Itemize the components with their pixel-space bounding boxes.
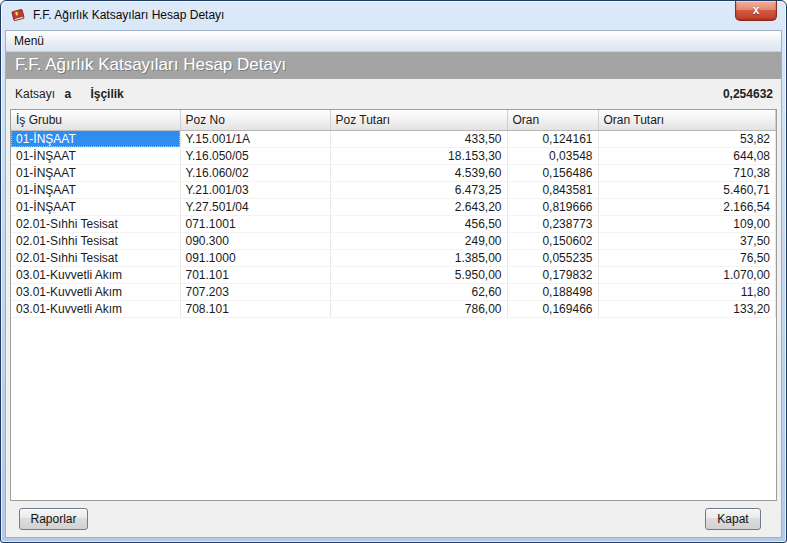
table-cell[interactable]: 2.643,20 [330,198,507,215]
close-icon[interactable]: x [735,1,777,21]
grid-table: İş GrubuPoz NoPoz TutarıOranOran Tutarı … [11,110,776,318]
data-grid: İş GrubuPoz NoPoz TutarıOranOran Tutarı … [10,109,777,501]
table-cell[interactable]: 1.385,00 [330,249,507,266]
table-cell[interactable]: 01-İNŞAAT [11,198,180,215]
table-cell[interactable]: 0,150602 [507,232,598,249]
client-area: Menü F.F. Ağırlık Katsayıları Hesap Deta… [5,30,782,538]
column-header[interactable]: Oran Tutarı [598,110,776,130]
table-row: 03.01-Kuvvetli Akım708.101786,000,169466… [11,300,776,317]
table-cell[interactable]: 2.166,54 [598,198,776,215]
table-cell[interactable]: Y.15.001/1A [180,130,330,147]
table-cell[interactable]: 0,124161 [507,130,598,147]
table-row: 01-İNŞAATY.16.050/0518.153,300,03548644,… [11,147,776,164]
book-icon [10,7,27,24]
table-cell[interactable]: 53,82 [598,130,776,147]
titlebar[interactable]: F.F. Ağırlık Katsayıları Hesap Detayı x [1,1,786,30]
table-cell[interactable]: 6.473,25 [330,181,507,198]
table-row: 02.01-Sıhhi Tesisat091.10001.385,000,055… [11,249,776,266]
table-cell[interactable]: 0,843581 [507,181,598,198]
table-cell[interactable]: Y.16.060/02 [180,164,330,181]
table-row: 02.01-Sıhhi Tesisat071.1001456,500,23877… [11,215,776,232]
column-header[interactable]: Oran [507,110,598,130]
table-cell[interactable]: 1.070,00 [598,266,776,283]
table-cell[interactable]: 710,38 [598,164,776,181]
table-cell[interactable]: 11,80 [598,283,776,300]
table-row: 03.01-Kuvvetli Akım701.1015.950,000,1798… [11,266,776,283]
coefficient-label: Katsayı [15,87,55,101]
coefficient-symbol: a [64,87,71,101]
table-cell[interactable]: 0,055235 [507,249,598,266]
table-cell[interactable]: 18.153,30 [330,147,507,164]
table-cell[interactable]: 090.300 [180,232,330,249]
table-cell[interactable]: Y.27.501/04 [180,198,330,215]
table-cell[interactable]: 0,819666 [507,198,598,215]
table-cell[interactable]: 0,188498 [507,283,598,300]
table-cell[interactable]: 02.01-Sıhhi Tesisat [11,215,180,232]
menu-item-menu[interactable]: Menü [6,31,52,48]
table-cell[interactable]: 071.1001 [180,215,330,232]
table-cell[interactable]: 456,50 [330,215,507,232]
close-dialog-button[interactable]: Kapat [705,508,761,530]
table-row: 01-İNŞAATY.15.001/1A433,500,12416153,82 [11,130,776,147]
table-cell[interactable]: 644,08 [598,147,776,164]
table-cell[interactable]: 0,156486 [507,164,598,181]
column-header[interactable]: Poz No [180,110,330,130]
coefficient-value: 0,254632 [723,79,773,109]
reports-button[interactable]: Raporlar [19,508,88,530]
table-cell[interactable]: 0,03548 [507,147,598,164]
table-row: 01-İNŞAATY.16.060/024.539,600,156486710,… [11,164,776,181]
table-cell[interactable]: 133,20 [598,300,776,317]
column-header[interactable]: Poz Tutarı [330,110,507,130]
table-cell[interactable]: 707.203 [180,283,330,300]
table-row: 01-İNŞAATY.27.501/042.643,200,8196662.16… [11,198,776,215]
table-cell[interactable]: 76,50 [598,249,776,266]
table-cell[interactable]: 4.539,60 [330,164,507,181]
table-cell[interactable]: 433,50 [330,130,507,147]
table-cell[interactable]: 02.01-Sıhhi Tesisat [11,249,180,266]
table-cell[interactable]: 01-İNŞAAT [11,181,180,198]
table-cell[interactable]: 249,00 [330,232,507,249]
table-cell[interactable]: 0,179832 [507,266,598,283]
table-cell[interactable]: 37,50 [598,232,776,249]
table-cell[interactable]: 701.101 [180,266,330,283]
coefficient-name: İşçilik [90,87,123,101]
table-cell[interactable]: 62,60 [330,283,507,300]
table-cell[interactable]: 786,00 [330,300,507,317]
table-cell[interactable]: 03.01-Kuvvetli Akım [11,266,180,283]
grid-header: İş GrubuPoz NoPoz TutarıOranOran Tutarı [11,110,776,130]
coefficient-row: Katsayı a İşçilik 0,254632 [6,79,781,109]
table-cell[interactable]: 5.950,00 [330,266,507,283]
menu-bar: Menü [6,31,781,52]
table-row: 03.01-Kuvvetli Akım707.20362,600,1884981… [11,283,776,300]
table-cell[interactable]: Y.16.050/05 [180,147,330,164]
table-cell[interactable]: 01-İNŞAAT [11,164,180,181]
grid-body: 01-İNŞAATY.15.001/1A433,500,12416153,820… [11,130,776,317]
window-title: F.F. Ağırlık Katsayıları Hesap Detayı [33,8,224,22]
table-cell[interactable]: 01-İNŞAAT [11,147,180,164]
table-cell[interactable]: 0,169466 [507,300,598,317]
table-cell[interactable]: 0,238773 [507,215,598,232]
column-header[interactable]: İş Grubu [11,110,180,130]
table-cell[interactable]: Y.21.001/03 [180,181,330,198]
table-cell[interactable]: 02.01-Sıhhi Tesisat [11,232,180,249]
table-cell[interactable]: 03.01-Kuvvetli Akım [11,300,180,317]
table-row: 02.01-Sıhhi Tesisat090.300249,000,150602… [11,232,776,249]
table-cell[interactable]: 708.101 [180,300,330,317]
table-cell[interactable]: 5.460,71 [598,181,776,198]
section-header: F.F. Ağırlık Katsayıları Hesap Detayı [6,52,781,79]
table-cell[interactable]: 03.01-Kuvvetli Akım [11,283,180,300]
table-cell[interactable]: 109,00 [598,215,776,232]
table-cell[interactable]: 091.1000 [180,249,330,266]
table-cell[interactable]: 01-İNŞAAT [11,130,180,147]
dialog-window: F.F. Ağırlık Katsayıları Hesap Detayı x … [0,0,787,543]
table-row: 01-İNŞAATY.21.001/036.473,250,8435815.46… [11,181,776,198]
